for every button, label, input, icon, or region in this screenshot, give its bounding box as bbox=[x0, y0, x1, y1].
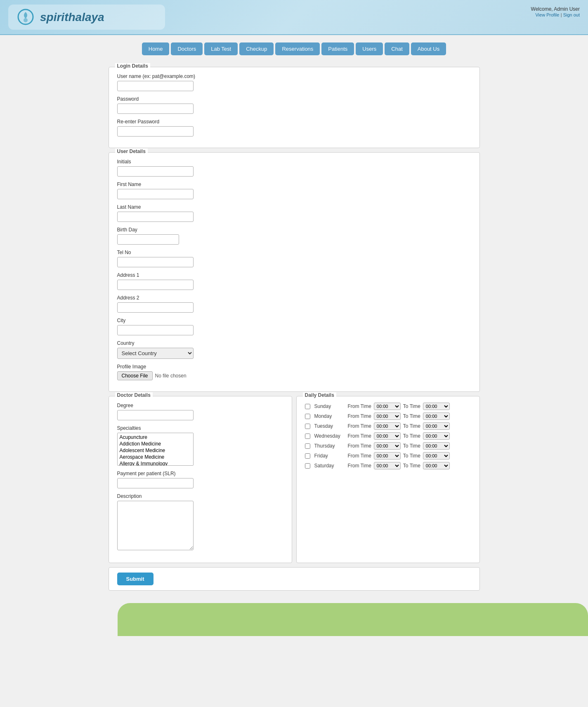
from-time-label-wednesday: From Time bbox=[348, 433, 371, 439]
view-profile-link[interactable]: View Profile bbox=[535, 12, 559, 17]
choose-file-button[interactable]: Choose File bbox=[117, 371, 153, 380]
nav-labtest[interactable]: Lab Test bbox=[204, 42, 238, 55]
lastname-input[interactable] bbox=[117, 212, 194, 222]
firstname-input[interactable] bbox=[117, 189, 194, 199]
from-time-select-thursday[interactable]: 00:0001:0002:0003:0004:0005:0006:0007:00… bbox=[374, 442, 401, 450]
to-time-select-saturday[interactable]: 00:0001:0002:0003:0004:0005:0006:0007:00… bbox=[423, 462, 450, 469]
reenter-password-input[interactable] bbox=[117, 126, 194, 137]
daily-row-tuesday: TuesdayFrom Time00:0001:0002:0003:0004:0… bbox=[305, 422, 471, 430]
checkbox-friday[interactable] bbox=[305, 453, 310, 459]
from-time-select-tuesday[interactable]: 00:0001:0002:0003:0004:0005:0006:0007:00… bbox=[374, 422, 401, 430]
day-label-sunday: Sunday bbox=[314, 403, 345, 409]
day-label-friday: Friday bbox=[314, 453, 345, 459]
payment-group: Payment per patient (SLR) bbox=[117, 471, 283, 488]
day-label-saturday: Saturday bbox=[314, 463, 345, 469]
from-time-select-wednesday[interactable]: 00:0001:0002:0003:0004:0005:0006:0007:00… bbox=[374, 432, 401, 440]
specialties-select[interactable]: AcupunctureAddiction MedicineAdolescent … bbox=[117, 433, 194, 466]
daily-row-wednesday: WednesdayFrom Time00:0001:0002:0003:0004… bbox=[305, 432, 471, 440]
nav-doctors[interactable]: Doctors bbox=[171, 42, 203, 55]
to-time-select-friday[interactable]: 00:0001:0002:0003:0004:0005:0006:0007:00… bbox=[423, 452, 450, 460]
password-group: Password bbox=[117, 96, 471, 114]
to-time-label-tuesday: To Time bbox=[403, 423, 420, 429]
from-time-select-monday[interactable]: 00:0001:0002:0003:0004:0005:0006:0007:00… bbox=[374, 412, 401, 420]
firstname-group: First Name bbox=[117, 181, 471, 199]
nav-users[interactable]: Users bbox=[356, 42, 383, 55]
from-time-select-sunday[interactable]: 00:0001:0002:0003:0004:0005:0006:0007:00… bbox=[374, 403, 401, 410]
to-time-select-thursday[interactable]: 00:0001:0002:0003:0004:0005:0006:0007:00… bbox=[423, 442, 450, 450]
telno-group: Tel No bbox=[117, 250, 471, 267]
description-group: Description bbox=[117, 493, 283, 551]
nav-chat[interactable]: Chat bbox=[385, 42, 409, 55]
nav-home[interactable]: Home bbox=[142, 42, 170, 55]
daily-row-friday: FridayFrom Time00:0001:0002:0003:0004:00… bbox=[305, 452, 471, 460]
password-input[interactable] bbox=[117, 104, 194, 114]
checkbox-saturday[interactable] bbox=[305, 463, 310, 469]
profile-image-group: Profile Image Choose File No file chosen bbox=[117, 364, 471, 380]
birthday-group: Birth Day bbox=[117, 227, 471, 245]
initials-input[interactable] bbox=[117, 166, 194, 177]
address1-input[interactable] bbox=[117, 280, 194, 290]
country-select[interactable]: Select CountrySri LankaIndiaUSAUKAustral… bbox=[117, 348, 194, 359]
nav-aboutus[interactable]: About Us bbox=[411, 42, 446, 55]
country-group: Country Select CountrySri LankaIndiaUSAU… bbox=[117, 340, 471, 359]
degree-label: Degree bbox=[117, 403, 283, 408]
to-time-label-wednesday: To Time bbox=[403, 433, 420, 439]
to-time-select-monday[interactable]: 00:0001:0002:0003:0004:0005:0006:0007:00… bbox=[423, 412, 450, 420]
daily-legend: Daily Details bbox=[303, 392, 336, 398]
from-time-select-saturday[interactable]: 00:0001:0002:0003:0004:0005:0006:0007:00… bbox=[374, 462, 401, 469]
address2-input[interactable] bbox=[117, 302, 194, 313]
footer-decoration bbox=[118, 603, 588, 636]
specialties-group: Specialties AcupunctureAddiction Medicin… bbox=[117, 425, 283, 466]
firstname-label: First Name bbox=[117, 181, 471, 187]
checkbox-sunday[interactable] bbox=[305, 404, 310, 409]
password-label: Password bbox=[117, 96, 471, 102]
lastname-label: Last Name bbox=[117, 204, 471, 210]
svg-point-1 bbox=[24, 18, 28, 22]
nav-checkup[interactable]: Checkup bbox=[239, 42, 274, 55]
lastname-group: Last Name bbox=[117, 204, 471, 222]
username-input[interactable] bbox=[117, 81, 194, 91]
nav-reservations[interactable]: Reservations bbox=[275, 42, 320, 55]
to-time-label-saturday: To Time bbox=[403, 463, 420, 469]
address1-group: Address 1 bbox=[117, 272, 471, 290]
checkbox-wednesday[interactable] bbox=[305, 434, 310, 439]
from-time-label-tuesday: From Time bbox=[348, 423, 371, 429]
bottom-row: Doctor Details Degree Specialties Acupun… bbox=[109, 396, 480, 563]
signout-link[interactable]: Sign out bbox=[563, 12, 580, 17]
telno-label: Tel No bbox=[117, 250, 471, 255]
to-time-select-wednesday[interactable]: 00:0001:0002:0003:0004:0005:0006:0007:00… bbox=[423, 432, 450, 440]
daily-row-sunday: SundayFrom Time00:0001:0002:0003:0004:00… bbox=[305, 403, 471, 410]
city-input[interactable] bbox=[117, 325, 194, 335]
to-time-label-friday: To Time bbox=[403, 453, 420, 459]
checkbox-monday[interactable] bbox=[305, 414, 310, 419]
reenter-password-group: Re-enter Password bbox=[117, 119, 471, 137]
telno-input[interactable] bbox=[117, 257, 194, 267]
from-time-select-friday[interactable]: 00:0001:0002:0003:0004:0005:0006:0007:00… bbox=[374, 452, 401, 460]
daily-rows-container: SundayFrom Time00:0001:0002:0003:0004:00… bbox=[305, 403, 471, 469]
username-group: User name (ex: pat@example.com) bbox=[117, 73, 471, 91]
description-textarea[interactable] bbox=[117, 501, 194, 550]
daily-row-saturday: SaturdayFrom Time00:0001:0002:0003:0004:… bbox=[305, 462, 471, 469]
login-legend: Login Details bbox=[115, 63, 150, 69]
to-time-label-monday: To Time bbox=[403, 413, 420, 419]
welcome-text: Welcome, Admin User bbox=[531, 6, 580, 12]
to-time-select-sunday[interactable]: 00:0001:0002:0003:0004:0005:0006:0007:00… bbox=[423, 403, 450, 410]
specialties-label: Specialties bbox=[117, 425, 283, 431]
checkbox-tuesday[interactable] bbox=[305, 424, 310, 429]
degree-input[interactable] bbox=[117, 410, 194, 420]
birthday-input[interactable] bbox=[117, 234, 179, 245]
logo-area: spirithalaya bbox=[8, 5, 165, 30]
file-input-area: Choose File No file chosen bbox=[117, 371, 471, 380]
username-label: User name (ex: pat@example.com) bbox=[117, 73, 471, 79]
submit-button[interactable]: Submit bbox=[117, 573, 153, 585]
from-time-label-sunday: From Time bbox=[348, 403, 371, 409]
country-label: Country bbox=[117, 340, 471, 346]
nav-patients[interactable]: Patients bbox=[321, 42, 354, 55]
nav-bar: Home Doctors Lab Test Checkup Reservatio… bbox=[0, 35, 588, 63]
initials-label: Initials bbox=[117, 159, 471, 165]
to-time-select-tuesday[interactable]: 00:0001:0002:0003:0004:0005:0006:0007:00… bbox=[423, 422, 450, 430]
checkbox-thursday[interactable] bbox=[305, 443, 310, 449]
daily-row-thursday: ThursdayFrom Time00:0001:0002:0003:0004:… bbox=[305, 442, 471, 450]
address2-group: Address 2 bbox=[117, 295, 471, 313]
payment-input[interactable] bbox=[117, 478, 194, 488]
